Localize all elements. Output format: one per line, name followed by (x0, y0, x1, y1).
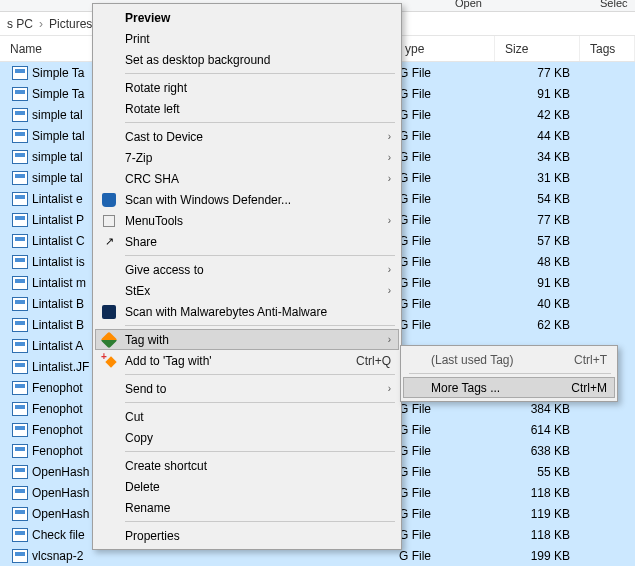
menu-scan-defender[interactable]: Scan with Windows Defender... (95, 189, 399, 210)
file-name: simple tal (32, 108, 83, 122)
file-type: G File (395, 87, 495, 101)
menu-tag-with[interactable]: Tag with› (95, 329, 399, 350)
box-icon (99, 213, 119, 229)
menu-separator (125, 122, 395, 123)
file-type: G File (395, 423, 495, 437)
menu-set-desktop[interactable]: Set as desktop background (95, 49, 399, 70)
file-size: 77 KB (495, 66, 580, 80)
menu-properties[interactable]: Properties (95, 525, 399, 546)
tag-with-submenu: (Last used Tag)Ctrl+T More Tags ...Ctrl+… (400, 345, 618, 402)
menu-delete[interactable]: Delete (95, 476, 399, 497)
menu-cut[interactable]: Cut (95, 406, 399, 427)
menu-add-to-tag-with[interactable]: Add to 'Tag with'Ctrl+Q (95, 350, 399, 371)
menu-cast-to-device[interactable]: Cast to Device› (95, 126, 399, 147)
file-icon (12, 255, 28, 269)
chevron-right-icon: › (382, 334, 391, 345)
menu-give-access[interactable]: Give access to› (95, 259, 399, 280)
malwarebytes-icon (99, 304, 119, 320)
menu-copy[interactable]: Copy (95, 427, 399, 448)
toolbar-select[interactable]: Selec (600, 0, 628, 9)
file-icon (12, 129, 28, 143)
menu-separator (125, 521, 395, 522)
file-name: OpenHash (32, 486, 89, 500)
file-size: 40 KB (495, 297, 580, 311)
file-size: 614 KB (495, 423, 580, 437)
file-name: Lintalist B (32, 297, 84, 311)
column-header-type[interactable]: ype (395, 36, 495, 61)
menu-print[interactable]: Print (95, 28, 399, 49)
menu-rotate-left[interactable]: Rotate left (95, 98, 399, 119)
file-size: 119 KB (495, 507, 580, 521)
file-type: G File (395, 234, 495, 248)
menu-7zip[interactable]: 7-Zip› (95, 147, 399, 168)
chevron-right-icon: › (382, 264, 391, 275)
file-size: 34 KB (495, 150, 580, 164)
file-type: G File (395, 465, 495, 479)
menu-rename[interactable]: Rename (95, 497, 399, 518)
file-icon (12, 87, 28, 101)
file-icon (12, 297, 28, 311)
file-icon (12, 171, 28, 185)
file-type: G File (395, 213, 495, 227)
file-size: 638 KB (495, 444, 580, 458)
menu-crc-sha[interactable]: CRC SHA› (95, 168, 399, 189)
submenu-last-used-tag[interactable]: (Last used Tag)Ctrl+T (403, 349, 615, 370)
breadcrumb-folder[interactable]: Pictures (46, 17, 95, 31)
menu-share[interactable]: ↗Share (95, 231, 399, 252)
file-icon (12, 108, 28, 122)
file-icon (12, 465, 28, 479)
column-header-size[interactable]: Size (495, 36, 580, 61)
file-type: G File (395, 297, 495, 311)
menu-send-to[interactable]: Send to› (95, 378, 399, 399)
file-name: Lintalist is (32, 255, 85, 269)
tag-plus-icon (99, 353, 119, 369)
file-icon (12, 360, 28, 374)
breadcrumb-pc[interactable]: s PC (4, 17, 36, 31)
file-icon (12, 423, 28, 437)
file-name: Simple Ta (32, 87, 84, 101)
file-icon (12, 528, 28, 542)
chevron-right-icon: › (382, 152, 391, 163)
file-icon (12, 339, 28, 353)
chevron-right-icon: › (36, 17, 46, 31)
menu-separator (125, 325, 395, 326)
menu-separator (125, 451, 395, 452)
file-size: 31 KB (495, 171, 580, 185)
file-size: 384 KB (495, 402, 580, 416)
menu-create-shortcut[interactable]: Create shortcut (95, 455, 399, 476)
file-type: G File (395, 66, 495, 80)
menu-stex[interactable]: StEx› (95, 280, 399, 301)
file-icon (12, 402, 28, 416)
file-type: G File (395, 402, 495, 416)
file-type: G File (395, 276, 495, 290)
column-header-tags[interactable]: Tags (580, 36, 635, 61)
file-icon (12, 66, 28, 80)
file-name: vlcsnap-2 (32, 549, 83, 563)
file-icon (12, 381, 28, 395)
menu-scan-malwarebytes[interactable]: Scan with Malwarebytes Anti-Malware (95, 301, 399, 322)
chevron-right-icon: › (382, 285, 391, 296)
menu-separator (125, 255, 395, 256)
menu-preview[interactable]: Preview (95, 7, 399, 28)
file-name: Simple tal (32, 129, 85, 143)
file-name: Check file (32, 528, 85, 542)
file-name: Fenophot (32, 423, 83, 437)
file-icon (12, 318, 28, 332)
file-type: G File (395, 318, 495, 332)
menu-separator (125, 374, 395, 375)
file-size: 91 KB (495, 87, 580, 101)
menu-rotate-right[interactable]: Rotate right (95, 77, 399, 98)
file-icon (12, 276, 28, 290)
submenu-more-tags[interactable]: More Tags ...Ctrl+M (403, 377, 615, 398)
menu-menutools[interactable]: MenuTools› (95, 210, 399, 231)
file-type: G File (395, 150, 495, 164)
file-size: 42 KB (495, 108, 580, 122)
file-name: Lintalist C (32, 234, 85, 248)
file-size: 48 KB (495, 255, 580, 269)
file-type: G File (395, 549, 495, 563)
file-name: OpenHash (32, 465, 89, 479)
toolbar-open[interactable]: Open (455, 0, 482, 9)
file-size: 77 KB (495, 213, 580, 227)
file-name: Lintalist P (32, 213, 84, 227)
file-type: G File (395, 255, 495, 269)
